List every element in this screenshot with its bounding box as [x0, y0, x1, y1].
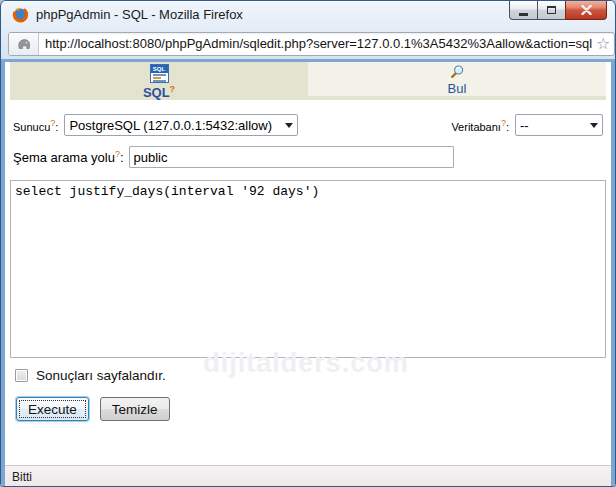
server-row: Sunucu?: PostgreSQL (127.0.0.1:5432:allo…	[13, 114, 603, 136]
paginate-label: Sonuçları sayfalandır.	[36, 368, 166, 383]
minimize-icon	[519, 13, 528, 16]
tab-sql-label: SQL?	[143, 84, 175, 100]
clear-button[interactable]: Temizle	[100, 397, 170, 421]
tab-bar: SQL SQL? Bul	[10, 62, 606, 100]
schema-search-path-input[interactable]	[129, 146, 454, 168]
close-icon	[581, 5, 592, 15]
sql-help-marker[interactable]: ?	[170, 84, 176, 94]
browser-window: phpPgAdmin - SQL - Mozilla Firefox http:…	[0, 0, 616, 487]
maximize-icon	[547, 6, 556, 14]
phppgadmin-elephant-icon	[16, 36, 32, 52]
bookmark-star-icon[interactable]: ☆	[592, 33, 614, 55]
navigation-bar: http://localhost:8080/phpPgAdmin/sqledit…	[1, 28, 615, 59]
tab-sql[interactable]: SQL SQL?	[10, 62, 308, 100]
close-button[interactable]	[565, 1, 607, 20]
maximize-button[interactable]	[537, 1, 566, 20]
server-select-value: PostgreSQL (127.0.0.1:5432:allow)	[69, 118, 277, 133]
schema-row: Şema arama yolu?:	[13, 146, 603, 168]
sql-query-textarea[interactable]: select justify_days(interval '92 days')	[10, 180, 606, 358]
status-bar: Bitti	[5, 465, 611, 487]
window-controls	[509, 1, 607, 20]
minimize-button[interactable]	[509, 1, 538, 20]
site-identity-box[interactable]	[9, 33, 39, 55]
firefox-icon	[12, 6, 29, 23]
status-text: Bitti	[12, 470, 32, 484]
tab-find-label: Bul	[448, 81, 467, 96]
database-select[interactable]: --	[515, 114, 603, 136]
magnifier-icon	[447, 64, 467, 80]
paginate-checkbox[interactable]	[15, 369, 28, 382]
window-title: phpPgAdmin - SQL - Mozilla Firefox	[36, 7, 243, 22]
tab-find[interactable]: Bul	[308, 62, 606, 96]
schema-label: Şema arama yolu?:	[13, 149, 124, 165]
database-label: Veritabanı?:	[451, 118, 509, 133]
database-select-value: --	[520, 118, 582, 133]
page-content: SQL SQL? Bul Sunucu?: PostgreSQL	[1, 62, 615, 487]
server-label: Sunucu?:	[13, 118, 58, 133]
chevron-down-icon	[285, 123, 293, 128]
action-buttons: Execute Temizle	[16, 397, 603, 421]
url-bar[interactable]: http://localhost:8080/phpPgAdmin/sqledit…	[8, 32, 615, 56]
chevron-down-icon	[590, 123, 598, 128]
sql-document-icon: SQL	[150, 64, 169, 83]
paginate-row: Sonuçları sayfalandır.	[15, 367, 603, 383]
server-select[interactable]: PostgreSQL (127.0.0.1:5432:allow)	[64, 114, 298, 136]
url-text[interactable]: http://localhost:8080/phpPgAdmin/sqledit…	[39, 36, 592, 51]
execute-button[interactable]: Execute	[16, 397, 89, 421]
